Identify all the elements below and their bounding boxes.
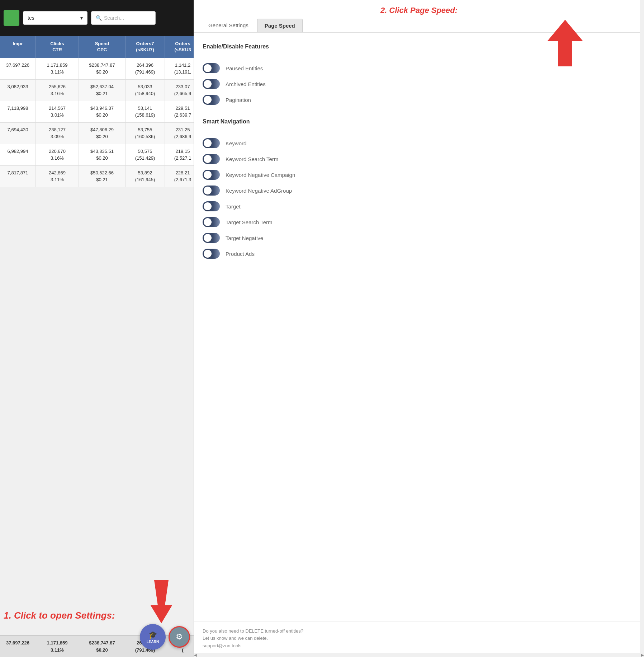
settings-button[interactable]: ⚙: [169, 626, 190, 648]
feature-row-keyword: Keyword: [203, 135, 635, 151]
cell: 219,15(2,527,1: [165, 144, 194, 165]
toggle-thumb: [204, 250, 212, 258]
toggle-target-negative[interactable]: [203, 233, 220, 243]
cell: 214,5673.01%: [36, 101, 79, 122]
cell: $47,806.29$0.20: [79, 123, 126, 144]
table-row: 3,082,933 255,6263.16% $52,637.04$0.21 5…: [0, 80, 194, 101]
feature-label-keyword: Keyword: [226, 140, 246, 146]
cell: 7,694,430: [0, 123, 36, 144]
feature-row-pagination: Pagination: [203, 92, 635, 108]
col-header-clicks: ClicksCTR: [36, 36, 79, 58]
horizontal-scrollbar[interactable]: ◀ ▶: [194, 653, 644, 657]
cell: 238,1273.09%: [36, 123, 79, 144]
feature-row-keyword-neg-campaign: Keyword Negative Campaign: [203, 167, 635, 183]
toggle-keyword-search-term[interactable]: [203, 154, 220, 164]
feature-row-target-search-term: Target Search Term: [203, 214, 635, 230]
toggle-track: [203, 79, 220, 89]
scrollbar[interactable]: [640, 0, 644, 657]
table-row: 6,982,994 220,6703.16% $43,835.51$0.20 5…: [0, 144, 194, 166]
feature-label-keyword-neg-campaign: Keyword Negative Campaign: [226, 172, 295, 178]
toggle-keyword-neg-campaign[interactable]: [203, 170, 220, 180]
toggle-target[interactable]: [203, 201, 220, 211]
cell: 229,51(2,639,7: [165, 101, 194, 122]
toggle-keyword[interactable]: [203, 138, 220, 148]
footer-cell: 37,697,226: [0, 636, 36, 657]
toggle-archived[interactable]: [203, 79, 220, 89]
feature-label-target-search-term: Target Search Term: [226, 219, 273, 225]
feature-row-archived: Archived Entities: [203, 76, 635, 92]
graduation-icon: 🎓: [148, 630, 157, 639]
table-row: 7,817,871 242,8693.11% $50,522.66$0.21 5…: [0, 166, 194, 187]
toggle-track: [203, 233, 220, 243]
filter-dropdown[interactable]: tes ▾: [23, 11, 87, 25]
toggle-track: [203, 154, 220, 164]
toggle-track: [203, 249, 220, 259]
cell: 7,817,871: [0, 166, 36, 187]
cell: $238,747.87$0.20: [79, 58, 126, 79]
bottom-info: Do you also need to DELETE turned-off en…: [194, 621, 644, 657]
learn-label: LEARN: [147, 640, 159, 644]
cell: 220,6703.16%: [36, 144, 79, 165]
settings-content: Enable/Disable Features Paused Entities …: [194, 33, 644, 621]
col-header-orders7: Orders7(sSKU7): [126, 36, 165, 58]
feature-row-product-ads: Product Ads: [203, 246, 635, 262]
support-email: support@zon.tools: [203, 643, 242, 648]
toggle-thumb: [204, 96, 212, 104]
cell: $43,835.51$0.20: [79, 144, 126, 165]
footer-cell: 1,171,8593.11%: [36, 636, 79, 657]
search-placeholder: Search...: [104, 15, 124, 21]
green-button[interactable]: [4, 10, 19, 26]
toggle-thumb: [204, 64, 212, 72]
toggle-thumb: [204, 155, 212, 163]
cell: 37,697,226: [0, 58, 36, 79]
cell: 53,892(161,945): [126, 166, 165, 187]
cell: $50,522.66$0.21: [79, 166, 126, 187]
scroll-right-icon[interactable]: ▶: [641, 653, 644, 657]
toggle-product-ads[interactable]: [203, 249, 220, 259]
feature-label-keyword-search-term: Keyword Search Term: [226, 156, 278, 162]
toggle-keyword-neg-adgroup[interactable]: [203, 186, 220, 196]
toggle-track: [203, 170, 220, 180]
toggle-thumb: [204, 234, 212, 242]
cell: 53,755(160,536): [126, 123, 165, 144]
cell: 242,8693.11%: [36, 166, 79, 187]
toggle-thumb: [204, 171, 212, 179]
cell: 255,6263.16%: [36, 80, 79, 101]
footer-cell: $238,747.87$0.20: [79, 636, 126, 657]
footer-info-text: Do you also need to DELETE turned-off en…: [203, 628, 635, 650]
feature-label-target: Target: [226, 203, 241, 210]
toggle-track: [203, 186, 220, 196]
search-box[interactable]: 🔍 Search...: [91, 11, 156, 25]
toggle-paused[interactable]: [203, 63, 220, 73]
arrow-up-indicator: [544, 20, 587, 68]
feature-row-target: Target: [203, 198, 635, 214]
feature-label-archived: Archived Entities: [226, 81, 266, 87]
learn-button[interactable]: 🎓 LEARN: [140, 624, 166, 650]
toggle-target-search-term[interactable]: [203, 217, 220, 227]
toggle-pagination[interactable]: [203, 95, 220, 105]
arrow-down-indicator: [143, 580, 179, 625]
svg-marker-0: [151, 580, 172, 623]
feature-label-paused: Paused Entities: [226, 65, 263, 71]
feature-label-pagination: Pagination: [226, 97, 251, 103]
scroll-left-icon[interactable]: ◀: [194, 653, 197, 657]
feature-label-keyword-neg-adgroup: Keyword Negative AdGroup: [226, 188, 292, 194]
toggle-track: [203, 201, 220, 211]
feature-row-target-negative: Target Negative: [203, 230, 635, 246]
section-title-smart-nav: Smart Navigation: [203, 118, 635, 125]
toggle-thumb: [204, 218, 212, 226]
table-row: 7,694,430 238,1273.09% $47,806.29$0.20 5…: [0, 123, 194, 144]
step2-annotation: 2. Click Page Speed:: [194, 0, 644, 15]
cell: $43,946.37$0.20: [79, 101, 126, 122]
bottom-buttons: 🎓 LEARN ⚙: [140, 624, 190, 650]
chevron-down-icon: ▾: [80, 15, 83, 21]
table-body: 37,697,226 1,171,8593.11% $238,747.87$0.…: [0, 58, 194, 635]
cell: 231,25(2,686,9: [165, 123, 194, 144]
tab-general-settings[interactable]: General Settings: [201, 19, 256, 32]
toggle-track: [203, 95, 220, 105]
col-header-spend: SpendCPC: [79, 36, 126, 58]
cell: 53,033(158,940): [126, 80, 165, 101]
top-bar: tes ▾ 🔍 Search...: [0, 0, 194, 36]
tab-page-speed[interactable]: Page Speed: [257, 19, 303, 32]
toggle-track: [203, 138, 220, 148]
